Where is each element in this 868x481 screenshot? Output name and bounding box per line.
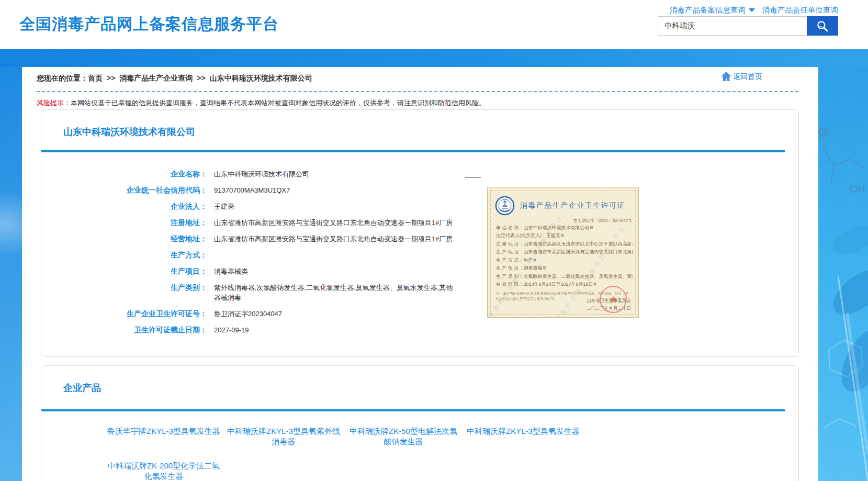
svg-text:OH: OH <box>850 183 865 195</box>
breadcrumb: 您现在的位置：首页>>消毒产品生产企业查询>>山东中科瑞沃环境技术有限公司 <box>37 74 312 83</box>
top-nav: 消毒产品备案信息查询 消毒产品责任单位查询 <box>670 5 838 15</box>
breadcrumb-current: 山东中科瑞沃环境技术有限公司 <box>210 74 312 82</box>
product-list: 鲁沃华宇牌ZKYL-3型臭氧发生器 中科瑞沃牌ZKYL-3型臭氧紫外线消毒器 中… <box>41 426 596 481</box>
field-value: 山东省潍坊市高新区潍安路与宝通街交叉路口东北角自动变速器一期项目1#厂房 <box>214 218 453 228</box>
risk-notice-label: 风险提示： <box>37 99 71 107</box>
product-link[interactable]: 中科瑞沃牌ZKYL-3型臭氧紫外线消毒器 <box>226 426 341 447</box>
molecule-graphic: O OH <box>818 474 868 481</box>
field-value: 山东省潍坊市高新区潍安路与宝通街交叉路口东北角自动变速器一期项目1#厂房 <box>214 234 453 244</box>
certificate-title: 消毒产品生产企业卫生许可证 <box>520 201 626 210</box>
breadcrumb-separator: >> <box>107 74 115 82</box>
certificate-line: 法定代表人(或负责人)：王建亮※ <box>496 232 633 240</box>
product-link[interactable]: 中科瑞沃牌ZK-50型电解法次氯酸钠发生器 <box>346 426 461 447</box>
svg-text:O: O <box>818 126 827 139</box>
company-panel-rule <box>41 150 785 152</box>
risk-notice: 风险提示：本网站仅基于已掌握的信息提供查询服务，查询结果不代表本网站对被查询对象… <box>37 98 486 108</box>
certificate-line: 生 产 地 址：山东省潍坊市高新区潍安路与宝通街交叉路口东北角自动变速器一期1#… <box>496 248 633 256</box>
emblem-icon <box>495 196 515 216</box>
field-value: 91370700MA3M3U1QX7 <box>214 185 290 195</box>
field-label: 企业法人： <box>41 202 207 211</box>
field-label: 生产企业卫生许可证号： <box>41 309 207 319</box>
header-band <box>0 49 868 67</box>
chevron-down-icon <box>749 8 755 12</box>
hygiene-license-certificate-image: 全国消毒产品网上备案信息服务平台 全国消毒产品网上备案信息服务平台 消毒产品生产… <box>487 187 639 318</box>
page: 全国消毒产品网上备案信息服务平台 消毒产品备案信息查询 消毒产品责任单位查询 <box>0 0 868 481</box>
certificate-body: 单 位 名 称：山东中科瑞沃环境技术有限公司※ 法定代表人(或负责人)：王建亮※… <box>496 224 633 289</box>
certificate-number: 鲁卫消证字〔2023〕第04047号 <box>573 218 632 223</box>
certificate-line: 生 产 类 别：次氯酸钠发生器、二氧化氯发生器、臭氧发生器、紫外线消毒器※ <box>496 273 633 281</box>
certificate-header: 消毒产品生产企业卫生许可证 <box>495 196 633 216</box>
field-label: 生产方式： <box>41 250 207 260</box>
search-input[interactable] <box>658 16 807 36</box>
right-background: O OH <box>818 67 868 481</box>
field-label: 企业名称： <box>41 169 207 179</box>
nav-record-info-query-label: 消毒产品备案信息查询 <box>670 5 746 15</box>
breadcrumb-separator: >> <box>197 74 205 82</box>
field-label: 经营地址： <box>41 234 207 244</box>
field-row-credit-code: 企业统一社会信用代码： 91370700MA3M3U1QX7 <box>41 185 465 195</box>
product-link[interactable]: 中科瑞沃牌ZK-200型化学法二氧化氯发生器 <box>106 461 221 481</box>
field-label: 注册地址： <box>41 218 207 228</box>
back-home-label: 返回首页 <box>733 72 762 82</box>
site-title: 全国消毒产品网上备案信息服务平台 <box>19 14 279 35</box>
left-background <box>0 67 22 481</box>
certificate-line: 生 产 项 目：消毒器械※ <box>496 264 633 272</box>
field-label: 生产类别： <box>41 283 207 303</box>
products-panel-rule <box>41 409 785 411</box>
field-row-production-project: 生产项目： 消毒器械类 <box>41 266 465 276</box>
search-bar <box>658 16 838 36</box>
field-row-registered-address: 注册地址： 山东省潍坊市高新区潍安路与宝通街交叉路口东北角自动变速器一期项目1#… <box>41 218 465 228</box>
certificate-line: 单 位 名 称：山东中科瑞沃环境技术有限公司※ <box>496 224 633 232</box>
field-row-production-mode: 生产方式： <box>41 250 465 260</box>
field-value: 王建亮 <box>214 202 234 211</box>
field-row-license-number: 生产企业卫生许可证号： 鲁卫消证字202304047 <box>41 309 465 319</box>
search-button[interactable] <box>807 16 838 36</box>
red-seal-icon: ★ <box>600 286 627 313</box>
field-value: 消毒器械类 <box>214 266 248 276</box>
field-label: 生产项目： <box>41 266 207 276</box>
field-row-company-name: 企业名称： 山东中科瑞沃环境技术有限公司 <box>41 169 465 179</box>
field-row-legal-person: 企业法人： 王建亮 <box>41 202 465 211</box>
products-panel-title: 企业产品 <box>63 382 101 394</box>
breadcrumb-prefix: 您现在的位置： <box>37 74 88 82</box>
breadcrumb-home-link[interactable]: 首页 <box>88 74 103 82</box>
field-row-license-expiry: 卫生许可证截止日期： 2027-09-19 <box>41 325 465 335</box>
field-value: 山东中科瑞沃环境技术有限公司 <box>214 169 309 179</box>
breadcrumb-section-link[interactable]: 消毒产品生产企业查询 <box>119 74 193 82</box>
certificate-line: 生 产 方 式：生产※ <box>496 256 633 264</box>
field-label: 卫生许可证截止日期： <box>41 325 207 335</box>
seal-star: ★ <box>609 294 617 305</box>
company-panel: 山东中科瑞沃环境技术有限公司 企业名称： 山东中科瑞沃环境技术有限公司 企业统一… <box>41 109 799 357</box>
site-header: 全国消毒产品网上备案信息服务平台 消毒产品备案信息查询 消毒产品责任单位查询 <box>0 0 868 49</box>
product-link[interactable]: 鲁沃华宇牌ZKYL-3型臭氧发生器 <box>106 426 221 447</box>
company-fields: 企业名称： 山东中科瑞沃环境技术有限公司 企业统一社会信用代码： 9137070… <box>41 169 465 341</box>
scan-artifact-dash <box>465 177 481 178</box>
field-row-business-address: 经营地址： 山东省潍坊市高新区潍安路与宝通街交叉路口东北角自动变速器一期项目1#… <box>41 234 465 244</box>
field-row-production-category: 生产类别： 紫外线消毒器,次氯酸钠发生器,二氧化氯发生器,臭氧发生器、臭氧水发生… <box>41 283 465 303</box>
risk-notice-text: 本网站仅基于已掌握的信息提供查询服务，查询结果不代表本网站对被查询对象信用状况的… <box>71 99 486 107</box>
company-panel-title: 山东中科瑞沃环境技术有限公司 <box>63 126 195 138</box>
field-value: 紫外线消毒器,次氯酸钠发生器,二氧化氯发生器,臭氧发生器、臭氧水发生器,其他器械… <box>214 283 459 303</box>
product-link[interactable]: 中科瑞沃牌ZKYL-3型臭氧发生器 <box>466 426 581 447</box>
main-content: 您现在的位置：首页>>消毒产品生产企业查询>>山东中科瑞沃环境技术有限公司 返回… <box>22 67 818 481</box>
field-value: 2027-09-19 <box>214 325 249 335</box>
dashed-divider <box>37 91 798 92</box>
field-label: 企业统一社会信用代码： <box>41 185 207 195</box>
field-value: 鲁卫消证字202304047 <box>214 309 282 319</box>
nav-responsible-unit-query[interactable]: 消毒产品责任单位查询 <box>762 5 838 15</box>
certificate-line: 注 册 地 址：山东省潍坊高新区玉清东街以北中心次干道以西高新大厦902号科苑 <box>496 240 633 248</box>
nav-record-info-query[interactable]: 消毒产品备案信息查询 <box>670 5 755 15</box>
home-icon <box>720 71 732 82</box>
products-panel: 企业产品 鲁沃华宇牌ZKYL-3型臭氧发生器 中科瑞沃牌ZKYL-3型臭氧紫外线… <box>41 365 799 481</box>
back-home-link[interactable]: 返回首页 <box>720 71 762 82</box>
search-icon <box>816 19 829 33</box>
nav-responsible-unit-query-label: 消毒产品责任单位查询 <box>762 5 838 15</box>
leaf-graphic <box>826 219 868 399</box>
